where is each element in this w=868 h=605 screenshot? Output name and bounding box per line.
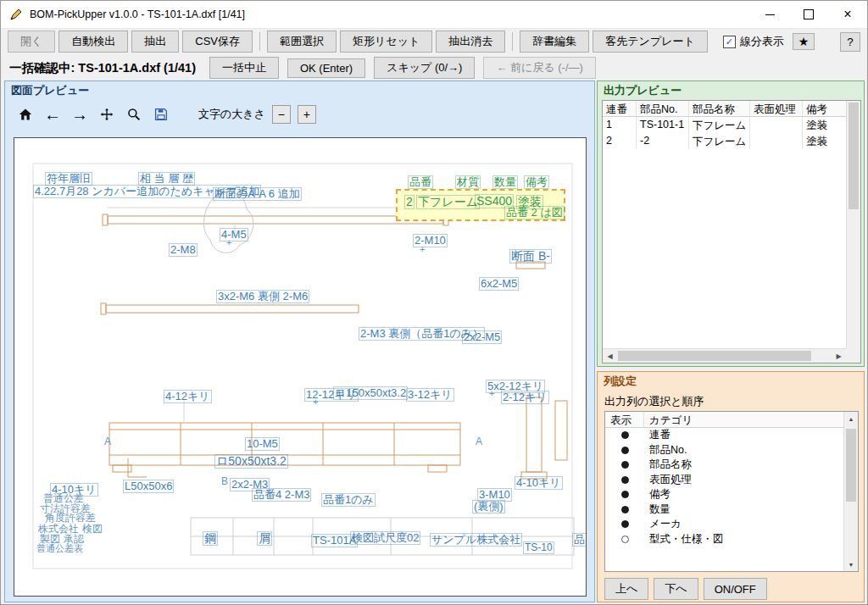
column-header[interactable]: 備考: [803, 101, 848, 117]
output-table[interactable]: 連番 部品No. 部品名称 表面処理 備考 1 TS-101-1 下フレーム 塗…: [602, 100, 861, 364]
drawing-label[interactable]: 備考: [524, 175, 549, 189]
maximize-button[interactable]: [789, 2, 828, 28]
output-horizontal-scrollbar[interactable]: ◀ ▶: [603, 348, 846, 363]
list-item[interactable]: 備考: [605, 487, 858, 502]
list-item[interactable]: メーカ: [605, 517, 858, 532]
text-size-minus-button[interactable]: −: [272, 105, 291, 124]
dictionary-edit-button[interactable]: 辞書編集: [520, 31, 589, 53]
display-radio[interactable]: [621, 491, 629, 498]
drawing-label[interactable]: 鋼: [203, 531, 218, 546]
minimize-button[interactable]: [750, 2, 789, 28]
save-image-button[interactable]: [149, 103, 173, 126]
scrollbar-thumb[interactable]: [849, 103, 859, 209]
home-button[interactable]: [14, 103, 37, 126]
drawing-label[interactable]: L50x50x6: [123, 480, 174, 493]
list-item[interactable]: 表面処理: [605, 473, 858, 488]
display-radio[interactable]: [621, 431, 629, 439]
rect-reset-button[interactable]: 矩形リセット: [340, 31, 432, 53]
batch-cancel-button[interactable]: 一括中止: [209, 57, 279, 79]
drawing-label[interactable]: ロ50x50xt3.2: [214, 454, 288, 469]
drawing-label[interactable]: (裏側): [472, 500, 505, 513]
back-button[interactable]: ← 前に戻る (-/—): [483, 57, 595, 79]
drawing-label[interactable]: 10-M5: [245, 437, 280, 451]
drawing-label[interactable]: ロ150x50xt3.2: [333, 386, 408, 400]
table-row[interactable]: 2 -2 下フレーム 塗装: [603, 133, 860, 149]
drawing-label[interactable]: TS-10: [523, 541, 554, 554]
drawing-label[interactable]: 屑: [257, 531, 272, 546]
display-radio[interactable]: [621, 461, 629, 469]
drawing-label[interactable]: 品番: [408, 175, 433, 189]
customer-template-button[interactable]: 客先テンプレート: [593, 31, 708, 53]
drawing-label[interactable]: 材質: [455, 175, 481, 189]
ok-button[interactable]: OK (Enter): [287, 58, 365, 78]
drawing-label[interactable]: 4-10キリ: [515, 476, 563, 490]
column-header[interactable]: 部品名称: [689, 101, 750, 117]
range-select-button[interactable]: 範囲選択: [267, 31, 337, 53]
help-button[interactable]: ?: [840, 32, 860, 52]
column-header[interactable]: 部品No.: [637, 101, 689, 117]
drawing-label[interactable]: 相 当 層 歴: [138, 172, 195, 186]
drawing-label[interactable]: 品番4 2-M3: [252, 488, 311, 502]
move-up-button[interactable]: 上へ: [604, 578, 648, 600]
prev-view-button[interactable]: ←: [41, 103, 64, 126]
drawing-label[interactable]: 4-M5: [220, 228, 248, 241]
drawing-label[interactable]: +: [226, 238, 231, 248]
table-row[interactable]: 1 TS-101-1 下フレーム 塗装: [603, 117, 860, 133]
drawing-label[interactable]: 断面 B-: [509, 249, 552, 264]
drawing-label[interactable]: 検図: [82, 524, 103, 535]
column-list-scrollbar[interactable]: ▲ ▼: [843, 412, 858, 571]
drawing-label[interactable]: 断面のA-A 6 追加: [213, 187, 302, 201]
extract-clear-button[interactable]: 抽出消去: [436, 31, 505, 53]
output-vertical-scrollbar[interactable]: [846, 101, 860, 348]
skip-button[interactable]: スキップ (0/→): [374, 57, 475, 79]
scroll-right-arrow[interactable]: ▶: [832, 349, 846, 363]
drawing-label[interactable]: 2-M8: [169, 243, 198, 257]
scrollbar-thumb[interactable]: [846, 429, 856, 502]
column-header[interactable]: 連番: [603, 101, 637, 117]
display-radio[interactable]: [621, 506, 629, 513]
scroll-left-arrow[interactable]: ◀: [603, 349, 617, 363]
drawing-label[interactable]: サンプル株式会社: [430, 533, 522, 547]
drawing-label[interactable]: 普通公差表: [36, 544, 83, 554]
zoom-button[interactable]: [122, 103, 146, 126]
drawing-label[interactable]: 数量: [492, 175, 518, 189]
line-display-checkbox[interactable]: ✓ 線分表示: [723, 34, 784, 49]
drawing-label[interactable]: 6x2-M5: [479, 277, 519, 291]
drawing-label[interactable]: 2-M10: [413, 234, 448, 247]
drawing-label[interactable]: 2x2-M5: [462, 330, 502, 344]
display-radio[interactable]: [621, 520, 629, 528]
drawing-label[interactable]: 角度許容差: [45, 513, 96, 524]
drawing-label[interactable]: 3-12キリ: [406, 388, 454, 402]
list-item[interactable]: 部品名称: [605, 458, 858, 473]
pan-button[interactable]: [95, 103, 119, 126]
display-header[interactable]: 表示: [605, 412, 644, 428]
display-radio[interactable]: [621, 447, 629, 454]
drawing-label[interactable]: A: [104, 436, 111, 447]
auto-detect-button[interactable]: 自動検出: [58, 31, 128, 53]
drawing-label[interactable]: 品: [572, 533, 587, 547]
drawing-label[interactable]: 下フレーム: [416, 195, 480, 209]
list-item[interactable]: 部品No.: [605, 443, 858, 458]
drawing-label[interactable]: 4-12キリ: [164, 390, 212, 403]
open-button[interactable]: 開く: [8, 31, 55, 53]
drawing-canvas[interactable]: 符年層旧相 当 層 歴4.22.7月28 ンカバー追加のためキャップ追加断面のA…: [14, 137, 587, 597]
list-item[interactable]: 連番: [605, 428, 858, 443]
onoff-button[interactable]: ON/OFF: [704, 578, 767, 600]
drawing-label[interactable]: 3x2-M6 裏側 2-M6: [216, 290, 309, 303]
drawing-label[interactable]: +: [420, 245, 425, 255]
drawing-label[interactable]: +: [489, 389, 494, 399]
csv-save-button[interactable]: CSV保存: [182, 31, 253, 53]
display-radio[interactable]: [621, 536, 629, 543]
drawing-label[interactable]: +: [313, 397, 318, 408]
drawing-label[interactable]: B: [221, 476, 228, 487]
next-view-button[interactable]: →: [68, 103, 92, 126]
favorite-button[interactable]: ★: [793, 33, 815, 50]
drawing-label[interactable]: 検図試尺度02: [350, 531, 420, 545]
text-size-plus-button[interactable]: +: [298, 105, 316, 124]
drawing-label[interactable]: 品番1のみ: [321, 493, 376, 507]
drawing-label[interactable]: A: [476, 436, 482, 447]
drawing-label[interactable]: 2-12キリ: [501, 391, 549, 404]
scroll-up-arrow[interactable]: ▲: [844, 412, 858, 425]
category-header[interactable]: カテゴリ: [644, 412, 858, 428]
column-header[interactable]: 表面処理: [750, 101, 803, 117]
